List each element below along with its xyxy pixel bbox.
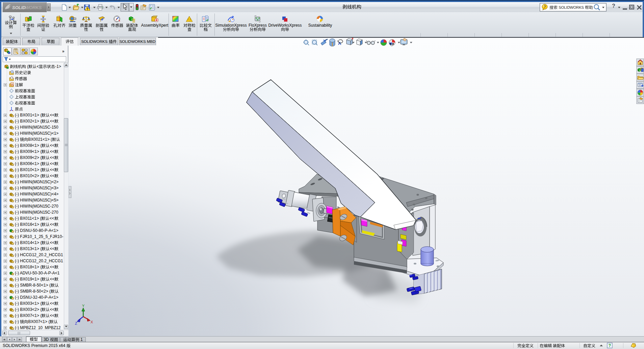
svg-text:A: A xyxy=(338,41,341,46)
svg-text:X: X xyxy=(91,320,93,324)
svg-text:?: ? xyxy=(544,5,546,9)
svg-text:A: A xyxy=(11,83,14,86)
svg-text:WORKS: WORKS xyxy=(25,5,42,10)
svg-text:?: ? xyxy=(609,343,611,348)
svg-text:Z: Z xyxy=(75,321,77,325)
svg-text:SOLID: SOLID xyxy=(12,5,26,10)
svg-text:Y: Y xyxy=(82,304,85,308)
